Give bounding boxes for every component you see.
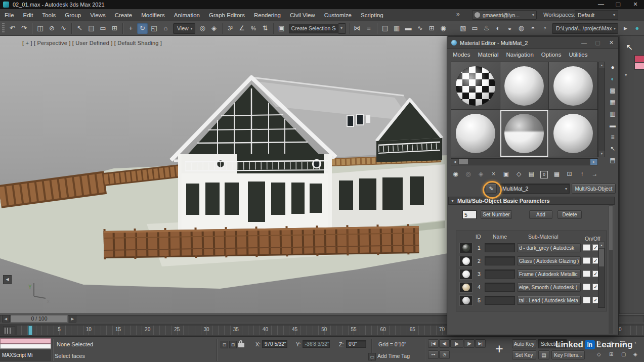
scroll-up-icon[interactable]: ▲ (599, 62, 605, 68)
table-scrollbar[interactable]: ▲ (598, 242, 605, 308)
rollout-scrollbar[interactable] (609, 205, 613, 334)
select-and-scale-button[interactable]: ◱ (149, 23, 159, 34)
select-by-material-button[interactable]: ↖ (607, 143, 618, 155)
scroll-left-icon[interactable]: ◀ (451, 159, 458, 165)
sample-slot-3[interactable] (549, 62, 597, 109)
snaps-toggle-button[interactable]: 3² (225, 23, 236, 34)
previous-frame-button[interactable]: ◀ (2, 315, 10, 323)
current-frame-marker[interactable] (28, 326, 32, 335)
maximize-button[interactable]: ▢ (610, 0, 627, 9)
sample-type-button[interactable]: ● (607, 62, 618, 73)
render-shortcut-button[interactable]: ● (632, 23, 642, 34)
mini-listener-field[interactable] (0, 344, 51, 349)
select-and-link-button[interactable]: ◫ (35, 23, 46, 34)
material-editor-button[interactable]: ◉ (438, 23, 449, 34)
sub-material-preview[interactable] (459, 243, 473, 253)
workspace-dropdown[interactable]: Default ▾ (575, 10, 618, 20)
menu-create[interactable]: Create (110, 12, 137, 18)
x-coordinate-field[interactable]: 970 5/32" (262, 340, 287, 348)
add-time-tag[interactable]: Add Time Tag (377, 353, 410, 359)
pan-icon[interactable]: ◇ (597, 350, 607, 359)
rollout-header[interactable]: ▼ Multi/Sub-Object Basic Parameters (448, 197, 615, 205)
lock-icon[interactable] (238, 343, 244, 347)
selection-set-input[interactable] (289, 24, 338, 33)
background-button[interactable]: ▩ (607, 85, 618, 97)
close-button[interactable]: × (627, 0, 644, 9)
ribbon-toggle-button[interactable]: ▬ (403, 23, 414, 34)
layer-explorer-button[interactable]: ▦ (392, 23, 402, 34)
menu-animation[interactable]: Animation (169, 12, 204, 18)
sample-uv-tiling-button[interactable]: ▦ (607, 97, 618, 108)
menu-modes[interactable]: Modes (453, 52, 470, 58)
y-coordinate-field[interactable]: -36'8 3/32" (303, 340, 330, 348)
account-dropdown[interactable]: gmaestri@lyn... ▾ (472, 10, 537, 20)
menu-scripting[interactable]: Scripting (356, 12, 388, 18)
make-preview-button[interactable]: ▬ (607, 120, 618, 131)
options-button[interactable]: ≡ (607, 131, 618, 143)
menu-customize[interactable]: Customize (320, 12, 356, 18)
sub-material-color-swatch[interactable] (583, 297, 590, 303)
put-material-to-scene-button[interactable]: ◎ (462, 168, 475, 179)
reference-coordinate-dropdown[interactable]: View ▾ (173, 23, 195, 34)
z-coordinate-field[interactable]: 0'0" (346, 340, 366, 348)
backlight-button[interactable]: ◐ (607, 73, 618, 85)
sub-material-preview[interactable] (459, 295, 473, 306)
menu-options[interactable]: Options (541, 52, 562, 58)
time-slider-handle[interactable]: 0 / 100 (11, 315, 68, 323)
unlink-selection-button[interactable]: ⊘ (47, 23, 57, 34)
time-configuration-button[interactable]: ◷ (439, 350, 450, 359)
material-editor-titlebar[interactable]: Material Editor - MultiMat_2 — ▢ × (447, 37, 618, 49)
sub-material-name-field[interactable] (485, 256, 515, 265)
sub-material-color-swatch[interactable] (583, 270, 590, 277)
sub-material-preview[interactable] (459, 256, 473, 266)
go-forward-to-sibling-button[interactable]: → (588, 168, 601, 179)
material-type-button[interactable]: Multi/Sub-Object (572, 184, 616, 194)
menu-civil-view[interactable]: Civil View (285, 12, 320, 18)
maximize-viewport-icon[interactable]: ◈ (633, 350, 643, 359)
select-and-move-button[interactable]: + (125, 23, 136, 34)
sub-material-name-field[interactable] (485, 243, 515, 252)
cloud-render-button[interactable]: ◓ (528, 23, 538, 34)
add-key-button[interactable]: + (492, 338, 507, 359)
material-id-channel-button[interactable]: 0 (538, 168, 550, 179)
project-path-dropdown[interactable]: D:\Lynda\...\project\Max ▾ (552, 23, 618, 34)
perspective-viewport[interactable]: Y x [ + ] [ Perspective ] [ User Defined… (0, 36, 448, 313)
show-material-in-viewport-button[interactable]: ▦ (550, 168, 563, 179)
pick-material-from-object-button[interactable]: ✎ (486, 184, 497, 194)
next-frame-button[interactable]: ▶ (69, 315, 76, 323)
play-button[interactable]: ▶ (450, 339, 463, 348)
menu-overflow-icon[interactable]: » (456, 11, 460, 18)
named-selection-sets-button[interactable]: ▣ (276, 23, 287, 34)
sub-material-button[interactable]: Frame ( Autodesk Metallic (517, 269, 581, 279)
select-object-button[interactable]: ↖ (74, 23, 85, 34)
slot-vertical-scrollbar[interactable]: ▲ ▼ (598, 62, 605, 157)
viewport-tab-arrow[interactable]: ◀ (3, 275, 12, 284)
redo-button[interactable]: ↷ (19, 23, 29, 34)
align-button[interactable]: ≡ (364, 23, 374, 34)
next-frame-button[interactable]: |▶ (464, 339, 475, 348)
material-name-dropdown[interactable]: MultiMat_2 ▾ (500, 184, 570, 194)
color-swatch[interactable] (634, 55, 644, 63)
render-production-button[interactable]: ♨ (481, 23, 492, 34)
sub-material-button[interactable]: d - dark_grey ( Autodesk (517, 243, 581, 252)
show-end-result-button[interactable]: ⊡ (563, 168, 576, 179)
menu-file[interactable]: File (0, 12, 19, 18)
scroll-right-icon[interactable]: ▶ (590, 159, 597, 165)
sample-slot-2[interactable] (500, 62, 549, 109)
scroll-down-icon[interactable]: ▼ (599, 151, 605, 157)
sub-material-name-field[interactable] (485, 296, 515, 305)
toolbar-handle[interactable] (2, 23, 5, 33)
maximize-button[interactable]: ▢ (591, 37, 605, 49)
material-map-navigator-button[interactable]: ▤ (607, 155, 618, 166)
menu-utilities[interactable]: Utilities (569, 52, 587, 58)
chevron-down-icon[interactable]: ▾ (625, 72, 627, 77)
viewport-label[interactable]: [ + ] [ Perspective ] [ User Defined ] [… (22, 40, 162, 46)
menu-navigation[interactable]: Navigation (506, 52, 533, 58)
render-iterative-button[interactable]: ◐ (493, 23, 503, 34)
spinner-snap-button[interactable]: ⇅ (260, 23, 271, 34)
go-to-start-button[interactable]: |◀ (428, 339, 439, 348)
sub-material-name-field[interactable] (485, 283, 515, 292)
mirror-button[interactable]: ⋈ (352, 23, 363, 34)
sample-slot-1[interactable] (451, 62, 500, 109)
sub-material-name-field[interactable] (485, 269, 515, 279)
